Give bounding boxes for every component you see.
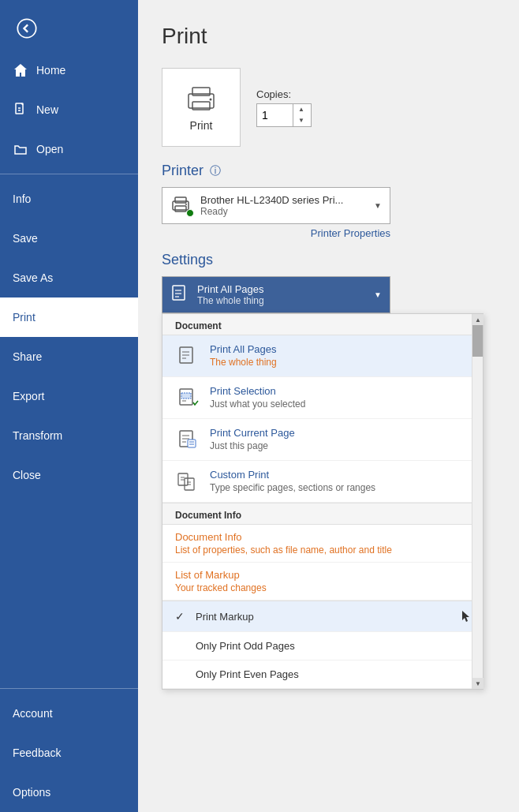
dropdown-icon-selection xyxy=(175,385,200,410)
sidebar-item-options[interactable]: Options xyxy=(0,773,138,812)
dropdown-info-sub-markup: Your tracked changes xyxy=(175,582,470,593)
dropdown-scrollbar[interactable]: ▲ ▼ xyxy=(472,314,483,689)
print-pages-icon xyxy=(170,284,189,306)
printer-dropdown-arrow: ▼ xyxy=(374,201,382,210)
dropdown-item-custom-print[interactable]: Custom Print Type specific pages, sectio… xyxy=(162,461,483,503)
sidebar-item-close[interactable]: Close xyxy=(0,455,138,495)
sidebar-item-save-label: Save xyxy=(13,232,38,245)
dropdown-item-sub-all-pages: The whole thing xyxy=(210,357,277,368)
sidebar-item-transform[interactable]: Transform xyxy=(0,416,138,455)
dropdown-item-print-all-pages[interactable]: Print All Pages The whole thing xyxy=(162,335,483,377)
sidebar-divider-2 xyxy=(0,688,138,689)
dropdown-item-text-all-pages: Print All Pages The whole thing xyxy=(210,343,277,368)
dropdown-item-odd-pages[interactable]: Only Print Odd Pages xyxy=(162,632,483,660)
dropdown-panel: Document Print All Pages The whole thing xyxy=(162,313,484,690)
print-pages-arrow: ▼ xyxy=(374,290,382,299)
dropdown-info-title-doc: Document Info xyxy=(175,531,470,543)
sidebar-item-new[interactable]: New xyxy=(0,90,138,129)
printer-dropdown[interactable]: Brother HL-L2340D series Pri... Ready ▼ xyxy=(162,187,390,224)
sidebar-item-close-label: Close xyxy=(13,469,41,481)
dropdown-item-title-custom: Custom Print xyxy=(210,469,375,481)
dropdown-item-title-current: Print Current Page xyxy=(210,427,295,439)
sidebar-item-feedback[interactable]: Feedback xyxy=(0,733,138,773)
back-button[interactable] xyxy=(11,13,43,44)
printer-ready-dot xyxy=(186,209,194,217)
info-icon[interactable]: ⓘ xyxy=(210,164,221,178)
dropdown-info-item-doc-info[interactable]: Document Info List of properties, such a… xyxy=(162,525,483,563)
sidebar-item-new-label: New xyxy=(36,103,58,116)
settings-section-title: Settings xyxy=(162,252,495,268)
print-pages-dropdown-trigger[interactable]: Print All Pages The whole thing ▼ xyxy=(162,276,390,313)
copies-input-wrapper: ▲ ▼ xyxy=(256,103,312,127)
page-title: Print xyxy=(162,24,495,49)
dropdown-item-text-custom: Custom Print Type specific pages, sectio… xyxy=(210,469,375,493)
dropdown-item-even-pages[interactable]: Only Print Even Pages xyxy=(162,660,483,689)
sidebar-item-export[interactable]: Export xyxy=(0,376,138,416)
sidebar-item-home-label: Home xyxy=(36,64,65,77)
copies-label: Copies: xyxy=(256,88,312,100)
svg-rect-21 xyxy=(181,393,191,399)
svg-point-11 xyxy=(185,204,187,205)
odd-pages-label: Only Print Odd Pages xyxy=(196,640,295,652)
print-pages-sub: The whole thing xyxy=(197,295,366,306)
scroll-thumb[interactable] xyxy=(472,325,483,357)
sidebar-bottom: Account Feedback Options xyxy=(0,683,138,812)
copies-decrement[interactable]: ▼ xyxy=(293,115,309,126)
print-button-label: Print xyxy=(190,119,213,132)
dropdown-item-print-selection[interactable]: Print Selection Just what you selected xyxy=(162,377,483,419)
scroll-track xyxy=(472,325,483,678)
copies-input[interactable] xyxy=(257,106,293,125)
sidebar-item-home[interactable]: Home xyxy=(0,51,138,90)
sidebar-item-export-label: Export xyxy=(13,390,44,402)
print-section: Print Copies: ▲ ▼ xyxy=(162,68,495,147)
dropdown-info-item-markup[interactable]: List of Markup Your tracked changes xyxy=(162,563,483,601)
dropdown-icon-custom xyxy=(175,469,200,494)
dropdown-icon-current xyxy=(175,427,200,452)
sidebar-item-open-label: Open xyxy=(36,143,63,155)
sidebar-item-save-as-label: Save As xyxy=(13,271,53,284)
sidebar-item-print-label: Print xyxy=(13,311,35,324)
scroll-arrow-bottom[interactable]: ▼ xyxy=(472,678,484,689)
print-button[interactable]: Print xyxy=(162,68,241,147)
dropdown-item-text-current: Print Current Page Just this page xyxy=(210,427,295,451)
dropdown-doc-info-header: Document Info xyxy=(162,503,483,525)
printer-info: Brother HL-L2340D series Pri... Ready xyxy=(200,194,366,217)
svg-point-0 xyxy=(17,19,35,37)
sidebar-item-info-label: Info xyxy=(13,193,31,205)
sidebar-item-print[interactable]: Print xyxy=(0,297,138,337)
sidebar-item-info[interactable]: Info xyxy=(0,179,138,219)
sidebar-nav: Home New Open Info Save xyxy=(0,51,138,495)
printer-icon-wrapper xyxy=(170,195,192,217)
sidebar-item-share[interactable]: Share xyxy=(0,337,138,376)
printer-section: Printer ⓘ Brother HL-L2340D series Pri..… xyxy=(162,163,495,239)
main-content: Print Print Copies: ▲ ▼ xyxy=(138,0,519,812)
sidebar-item-options-label: Options xyxy=(13,786,50,799)
dropdown-item-sub-custom: Type specific pages, sections or ranges xyxy=(210,482,375,493)
printer-properties-link[interactable]: Printer Properties xyxy=(162,227,390,239)
svg-rect-12 xyxy=(173,286,185,300)
dropdown-document-header: Document xyxy=(162,314,483,335)
check-mark-icon: ✓ xyxy=(175,610,188,623)
dropdown-icon-all-pages xyxy=(175,343,200,369)
dropdown-info-title-markup: List of Markup xyxy=(175,569,470,581)
copies-increment[interactable]: ▲ xyxy=(293,104,309,115)
svg-point-7 xyxy=(210,99,212,101)
sidebar-divider-1 xyxy=(0,174,138,174)
dropdown-check-item-markup[interactable]: ✓ Print Markup xyxy=(162,601,483,632)
sidebar-item-account[interactable]: Account xyxy=(0,694,138,733)
dropdown-item-sub-selection: Just what you selected xyxy=(210,399,305,410)
svg-rect-27 xyxy=(188,440,196,447)
scroll-arrow-top[interactable]: ▲ xyxy=(472,314,484,325)
sidebar-item-transform-label: Transform xyxy=(13,429,62,442)
sidebar-item-save[interactable]: Save xyxy=(0,219,138,258)
print-pages-title: Print All Pages xyxy=(197,283,366,295)
copies-spinners: ▲ ▼ xyxy=(293,104,309,126)
sidebar-item-open[interactable]: Open xyxy=(0,129,138,169)
dropdown-item-print-current[interactable]: Print Current Page Just this page xyxy=(162,419,483,461)
svg-rect-9 xyxy=(175,197,186,203)
printer-icon xyxy=(184,83,218,114)
sidebar-item-feedback-label: Feedback xyxy=(13,747,61,759)
sidebar: Home New Open Info Save xyxy=(0,0,138,812)
sidebar-item-save-as[interactable]: Save As xyxy=(0,258,138,297)
dropdown-item-sub-current: Just this page xyxy=(210,440,295,451)
